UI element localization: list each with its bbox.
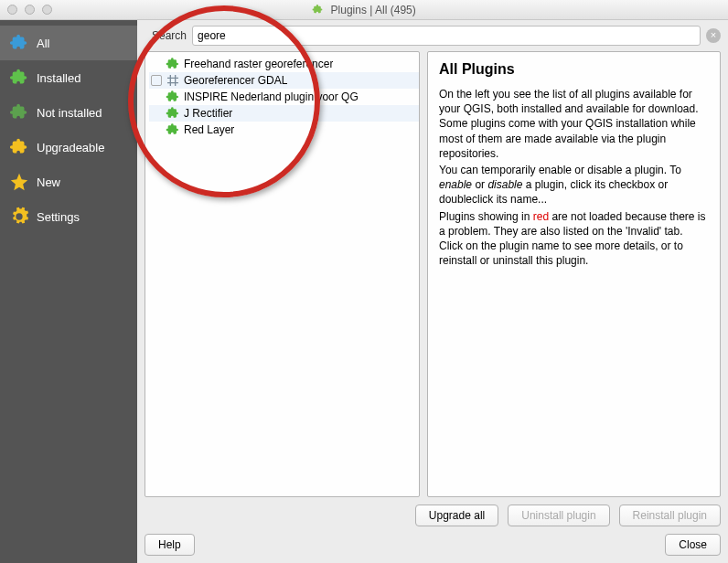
sidebar-item-settings[interactable]: Settings [0, 199, 137, 234]
sidebar-item-label: New [37, 175, 60, 189]
plugin-name: Georeferencer GDAL [184, 74, 287, 87]
sidebar-item-not-installed[interactable]: Not installed [0, 95, 137, 130]
search-label: Search [152, 29, 187, 42]
plugin-detail-panel: All Plugins On the left you see the list… [427, 51, 721, 497]
reinstall-plugin-button[interactable]: Reinstall plugin [619, 505, 721, 526]
puzzle-icon [9, 33, 29, 53]
plugin-checkbox [151, 108, 162, 119]
puzzle-icon [9, 137, 29, 157]
puzzle-icon [9, 102, 29, 122]
sidebar: All Installed Not installed Upgradeable … [0, 20, 137, 563]
plugin-name: INSPIRE Nederland plugin voor QG [184, 90, 359, 103]
detail-paragraph: You can temporarily enable or disable a … [439, 163, 709, 207]
sidebar-item-label: Not installed [37, 106, 102, 120]
app-icon [312, 4, 324, 16]
plugin-checkbox [151, 124, 162, 135]
puzzle-icon [166, 57, 180, 71]
plugin-checkbox [151, 58, 162, 69]
sidebar-item-upgradeable[interactable]: Upgradeable [0, 130, 137, 165]
puzzle-icon [166, 106, 180, 121]
plugin-checkbox [151, 91, 162, 102]
window-title: Plugins | All (495) [0, 4, 728, 16]
sidebar-item-label: Upgradeable [37, 141, 104, 154]
star-icon [9, 172, 29, 192]
plugin-list[interactable]: Freehand raster georeferencerGeoreferenc… [145, 51, 420, 497]
plugin-checkbox[interactable] [151, 75, 162, 86]
sidebar-item-new[interactable]: New [0, 165, 137, 199]
search-input[interactable] [192, 26, 701, 46]
titlebar: Plugins | All (495) [0, 0, 728, 20]
sidebar-item-label: Settings [37, 210, 80, 224]
clear-search-icon[interactable]: × [706, 28, 721, 43]
sidebar-item-label: All [37, 37, 49, 50]
plugin-name: Red Layer [184, 123, 234, 136]
help-button[interactable]: Help [145, 534, 195, 556]
detail-heading: All Plugins [439, 61, 709, 78]
uninstall-plugin-button[interactable]: Uninstall plugin [508, 505, 609, 526]
plugin-row[interactable]: J Rectifier [149, 105, 419, 122]
sidebar-item-label: Installed [37, 71, 80, 85]
puzzle-icon [9, 68, 29, 88]
puzzle-icon [166, 122, 180, 137]
puzzle-icon [166, 90, 180, 104]
grid-icon [166, 73, 180, 88]
plugin-name: Freehand raster georeferencer [184, 58, 333, 70]
sidebar-item-all[interactable]: All [0, 26, 137, 60]
plugin-row[interactable]: Freehand raster georeferencer [149, 56, 419, 72]
sidebar-item-installed[interactable]: Installed [0, 60, 137, 95]
upgrade-all-button[interactable]: Upgrade all [415, 505, 498, 526]
close-button[interactable]: Close [665, 534, 721, 556]
gear-icon [9, 207, 29, 227]
detail-paragraph: Plugins showing in red are not loaded be… [439, 209, 709, 269]
plugin-name: J Rectifier [184, 107, 232, 120]
plugin-row[interactable]: Georeferencer GDAL [149, 72, 419, 89]
plugin-row[interactable]: Red Layer [149, 122, 419, 138]
detail-paragraph: On the left you see the list of all plug… [439, 87, 709, 161]
plugin-row[interactable]: INSPIRE Nederland plugin voor QG [149, 89, 419, 105]
